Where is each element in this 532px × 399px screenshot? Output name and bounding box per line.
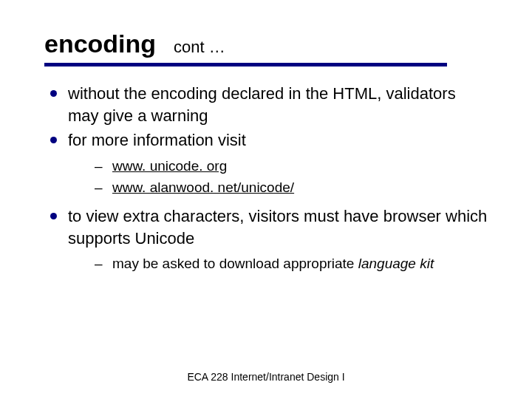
bullet-list: without the encoding declared in the HTM… xyxy=(47,83,488,275)
bullet-text: to view extra characters, visitors must … xyxy=(68,207,487,248)
slide: encoding cont … without the encoding dec… xyxy=(0,0,532,399)
link-unicode[interactable]: www. unicode. org xyxy=(112,158,227,174)
bullet-text: without the encoding declared in the HTM… xyxy=(68,84,456,125)
slide-subtitle: cont … xyxy=(174,38,225,57)
bullet-text: for more information visit xyxy=(68,131,246,149)
bullet-item: without the encoding declared in the HTM… xyxy=(47,83,488,126)
sub-bullet-item: may be asked to download appropriate lan… xyxy=(68,253,488,275)
link-alanwood[interactable]: www. alanwood. net/unicode/ xyxy=(112,180,294,195)
sub-bullet-list: www. unicode. org www. alanwood. net/uni… xyxy=(68,156,488,198)
content-area: without the encoding declared in the HTM… xyxy=(44,83,488,275)
slide-title: encoding xyxy=(44,30,156,58)
bullet-item: for more information visit www. unicode.… xyxy=(47,129,488,198)
bullet-item: to view extra characters, visitors must … xyxy=(47,205,488,275)
sub-bullet-list: may be asked to download appropriate lan… xyxy=(68,253,488,275)
title-underline xyxy=(44,63,447,66)
sub-bullet-text: may be asked to download appropriate xyxy=(112,256,358,271)
sub-bullet-item: www. unicode. org xyxy=(68,156,488,177)
sub-bullet-item: www. alanwood. net/unicode/ xyxy=(68,177,488,199)
italic-text: language kit xyxy=(358,256,434,271)
title-row: encoding cont … xyxy=(44,30,488,58)
slide-footer: ECA 228 Internet/Intranet Design I xyxy=(0,371,532,383)
